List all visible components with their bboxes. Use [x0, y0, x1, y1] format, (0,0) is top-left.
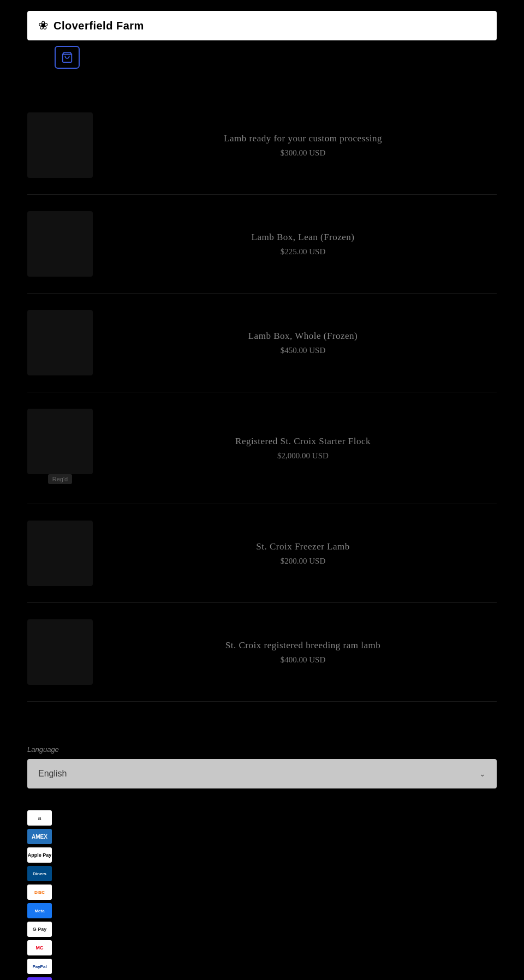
product-image: [27, 521, 93, 586]
payment-icon-meta: Meta: [27, 903, 52, 918]
product-price: $300.00 USD: [109, 148, 497, 158]
language-selected: English: [38, 769, 67, 779]
product-name: St. Croix Freezer Lamb: [109, 541, 497, 552]
payment-icon-applepay: Apple Pay: [27, 847, 52, 863]
product-name: Lamb ready for your custom processing: [109, 133, 497, 144]
cart-button[interactable]: [55, 46, 80, 69]
header: ❀ Cloverfield Farm: [0, 0, 524, 40]
product-image: [27, 409, 93, 474]
cart-icon: [61, 51, 73, 63]
product-image: [27, 211, 93, 277]
product-info: Lamb ready for your custom processing $3…: [109, 133, 497, 158]
logo-icon: ❀: [38, 19, 48, 33]
payment-icon-amex: AMEX: [27, 829, 52, 844]
product-price: $400.00 USD: [109, 655, 497, 665]
product-name: Lamb Box, Whole (Frozen): [109, 331, 497, 342]
logo-text: Cloverfield Farm: [53, 20, 144, 32]
product-image: [27, 619, 93, 685]
product-item[interactable]: Lamb ready for your custom processing $3…: [27, 96, 497, 195]
product-list: Lamb ready for your custom processing $3…: [0, 74, 524, 724]
product-item[interactable]: Lamb Box, Lean (Frozen) $225.00 USD: [27, 195, 497, 294]
product-item[interactable]: St. Croix registered breeding ram lamb $…: [27, 603, 497, 702]
product-info: Registered St. Croix Starter Flock $2,00…: [109, 436, 497, 461]
cart-area: [0, 46, 524, 74]
language-selector[interactable]: English ⌄: [27, 759, 497, 788]
product-item[interactable]: St. Croix Freezer Lamb $200.00 USD: [27, 504, 497, 603]
product-name: St. Croix registered breeding ram lamb: [109, 640, 497, 651]
product-image: [27, 310, 93, 375]
language-label: Language: [27, 745, 497, 754]
product-price: $450.00 USD: [109, 346, 497, 355]
product-info: St. Croix Freezer Lamb $200.00 USD: [109, 541, 497, 566]
payment-icon-diners: Diners: [27, 866, 52, 881]
payment-icon-discover: DISC: [27, 885, 52, 900]
product-image: [27, 112, 93, 178]
payment-icon-amazon: a: [27, 810, 52, 826]
product-name: Registered St. Croix Starter Flock: [109, 436, 497, 447]
product-name: Lamb Box, Lean (Frozen): [109, 232, 497, 243]
product-info: Lamb Box, Lean (Frozen) $225.00 USD: [109, 232, 497, 256]
payment-icon-paypal: PayPal: [27, 959, 52, 974]
product-price: $2,000.00 USD: [109, 451, 497, 461]
payment-icon-mastercard: MC: [27, 940, 52, 955]
product-price: $225.00 USD: [109, 247, 497, 256]
product-price: $200.00 USD: [109, 557, 497, 566]
product-item[interactable]: Lamb Box, Whole (Frozen) $450.00 USD: [27, 294, 497, 392]
payment-icon-gpay: G Pay: [27, 922, 52, 937]
product-item[interactable]: Reg'd Registered St. Croix Starter Flock…: [27, 392, 497, 504]
chevron-down-icon: ⌄: [479, 769, 486, 778]
product-info: St. Croix registered breeding ram lamb $…: [109, 640, 497, 665]
language-section: Language English ⌄: [0, 724, 524, 799]
product-badge: Reg'd: [48, 474, 72, 484]
product-info: Lamb Box, Whole (Frozen) $450.00 USD: [109, 331, 497, 355]
logo[interactable]: ❀ Cloverfield Farm: [27, 11, 497, 40]
payment-icon-shopifypay: S Pay: [27, 977, 52, 980]
payment-methods: a AMEX Apple Pay Diners DISC Meta G Pay …: [0, 799, 524, 980]
